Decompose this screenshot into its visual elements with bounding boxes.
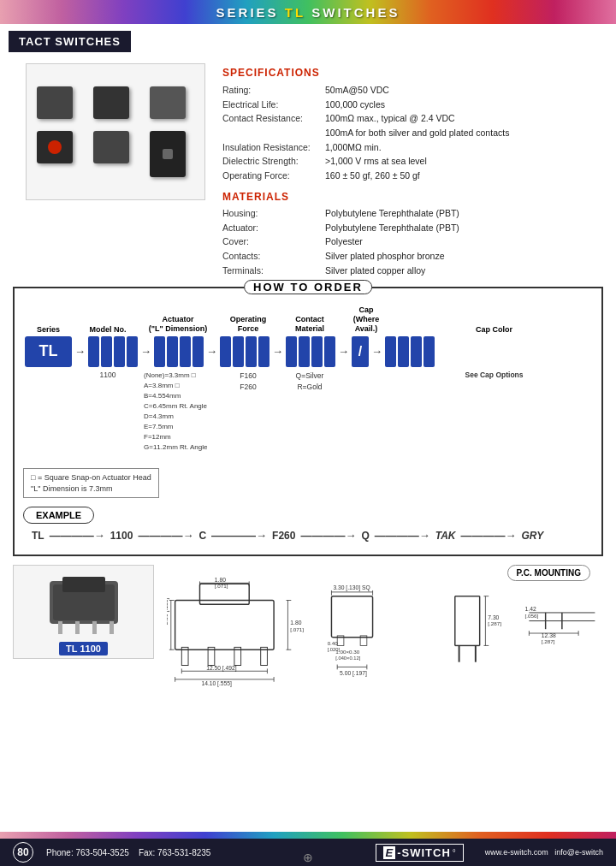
example-tl: TL (32, 530, 44, 542)
example-c: C (198, 530, 206, 542)
dimension-diagram: 1.80 [.071] 3.50 [.138] 1.80 [.071] 12.5… (167, 578, 603, 689)
example-arrow-6: ————→ (461, 529, 517, 542)
spec-row-rating: Rating: 50mA@50 VDC (222, 84, 590, 97)
specs-section: SPECIFICATIONS Rating: 50mA@50 VDC Elect… (26, 63, 590, 278)
pc-switch-svg (33, 568, 135, 637)
svg-text:3.30 [.130] SQ: 3.30 [.130] SQ (333, 584, 370, 591)
spec-value: Polyester (325, 235, 590, 248)
svg-text:14.10 [.555]: 14.10 [.555] (201, 680, 232, 687)
hto-col-header-cap: Cap(Where Avail.) (349, 305, 383, 333)
example-arrow-2: ————→ (138, 529, 193, 542)
svg-rect-2 (58, 621, 62, 634)
spec-label: Contacts: (222, 250, 325, 263)
example-tak: TAK (435, 530, 456, 542)
hto-series-box: TL (25, 336, 72, 367)
example-f260: F260 (272, 530, 295, 542)
mat-row-terminals: Terminals: Silver plated copper alloy (222, 264, 590, 277)
pc-label: TL 1100 (59, 642, 108, 655)
example-label: EXAMPLE (23, 507, 94, 524)
spec-value: Polybutylene Terephthalate (PBT) (325, 207, 590, 220)
spec-value: Silver plated phosphor bronze (325, 250, 590, 263)
hto-title: HOW TO ORDER (244, 280, 372, 294)
hto-note-contact: Q=SilverR=Gold (284, 371, 335, 453)
spec-label: Operating Force: (222, 169, 325, 182)
mat-row-actuator: Actuator: Polybutylene Terephthalate (PB… (222, 222, 590, 234)
spec-label: Insulation Resistance: (222, 141, 325, 154)
mat-row-contacts: Contacts: Silver plated phosphor bronze (222, 250, 590, 263)
svg-text:[.287]: [.287] (542, 638, 555, 644)
hto-arrow-5: → (338, 345, 349, 358)
spec-value: 100mΩ max., typical @ 2.4 VDC (325, 112, 590, 125)
svg-rect-35 (331, 596, 372, 638)
specs-text-area: SPECIFICATIONS Rating: 50mA@50 VDC Elect… (222, 63, 590, 278)
logo-trademark: ° (453, 848, 456, 857)
svg-text:[.040×0.12]: [.040×0.12] (335, 655, 360, 661)
spec-label (222, 127, 325, 139)
spec-value: 1,000MΩ min. (325, 141, 590, 154)
example-row: TL ————→ 1100 ————→ C ————→ F260 ————→ Q… (23, 529, 593, 542)
mat-row-housing: Housing: Polybutylene Terephthalate (PBT… (222, 207, 590, 220)
hto-note-force: F160F260 (226, 371, 270, 453)
hto-note-series (25, 371, 72, 453)
hto-note-cap-color: See Cap Options (397, 371, 591, 453)
logo-switch: -SWITCH (397, 846, 451, 859)
page-crosshair: ⊕ (303, 851, 313, 864)
svg-text:5.00 [.197]: 5.00 [.197] (340, 670, 367, 677)
hto-col-header-series: Series (25, 325, 72, 334)
svg-rect-4 (92, 621, 97, 634)
hto-slash: / (352, 336, 369, 367)
spec-value: Polybutylene Terephthalate (PBT) (325, 222, 590, 234)
example-arrow-1: ————→ (50, 529, 105, 542)
mat-row-cover: Cover: Polyester (222, 235, 590, 248)
footer-contact: Phone: 763-504-3525 Fax: 763-531-8235 (46, 848, 210, 857)
svg-text:0.40: 0.40 (328, 641, 339, 647)
hto-col-header-contact: ContactMaterial (284, 315, 335, 334)
example-q: Q (361, 530, 369, 542)
svg-text:[.071]: [.071] (290, 626, 304, 632)
svg-rect-7 (175, 601, 274, 650)
spec-row-contact-res: Contact Resistance: 100mΩ max., typical … (222, 112, 590, 125)
spec-row-contact-res-2: 100mA for both silver and gold plated co… (222, 127, 590, 139)
pc-product-image: TL 1100 (13, 565, 154, 659)
spec-label: Cover: (222, 235, 325, 248)
bottom-rainbow-bar (0, 832, 616, 839)
spec-label: Dielectric Strength: (222, 155, 325, 168)
how-to-order-section: HOW TO ORDER Series Model No. Actuator("… (13, 287, 603, 556)
spec-label: Rating: (222, 84, 325, 97)
svg-text:3.50 [.138]: 3.50 [.138] (167, 598, 169, 626)
svg-text:1.00×0.30: 1.00×0.30 (335, 649, 360, 655)
top-header-bar: SERIES TL SWITCHES (0, 0, 616, 24)
spec-row-elec-life: Electrical Life: 100,000 cycles (222, 98, 590, 111)
footer-page-number: 80 (13, 842, 33, 863)
spec-value: 100mA for both silver and gold plated co… (325, 127, 590, 139)
hto-col-header-model: Model No. (86, 325, 130, 334)
svg-text:7.30: 7.30 (488, 614, 499, 620)
hto-col-header-force: OperatingForce (226, 315, 270, 334)
product-image (26, 63, 205, 200)
spec-label: Actuator: (222, 222, 325, 234)
hto-arrow-3: → (206, 345, 217, 358)
svg-rect-6 (62, 577, 105, 592)
svg-text:1.80: 1.80 (290, 620, 301, 626)
spec-label: Contact Resistance: (222, 112, 325, 125)
hto-arrow-2: → (140, 345, 151, 358)
svg-text:12.50 [.492]: 12.50 [.492] (206, 666, 237, 673)
example-section: EXAMPLE TL ————→ 1100 ————→ C ————→ F260… (23, 507, 593, 542)
svg-rect-5 (110, 621, 114, 634)
spec-value: 50mA@50 VDC (325, 84, 590, 97)
example-arrow-4: ————→ (300, 529, 356, 542)
svg-text:[.056]: [.056] (525, 613, 539, 619)
example-arrow-3: ————→ (211, 529, 267, 542)
hto-col-header-cap-color: Cap Color (397, 325, 591, 334)
svg-text:[.071]: [.071] (215, 583, 228, 589)
materials-heading: MATERIALS (222, 191, 590, 203)
tact-banner: TACT SWITCHES (9, 31, 131, 52)
spec-row-insulation: Insulation Resistance: 1,000MΩ min. (222, 141, 590, 154)
footer-logo: E -SWITCH ° (376, 844, 464, 862)
series-title: SERIES TL SWITCHES (216, 5, 400, 20)
spec-label: Electrical Life: (222, 98, 325, 111)
svg-text:1.42: 1.42 (525, 606, 536, 612)
hto-note-box: □ = Square Snap-on Actuator Head"L" Dime… (23, 468, 159, 499)
hto-note-actuator: (None)=3.3mm □ A=3.8mm □ B=4.554mm C=6.4… (144, 371, 212, 453)
spec-label: Housing: (222, 207, 325, 220)
